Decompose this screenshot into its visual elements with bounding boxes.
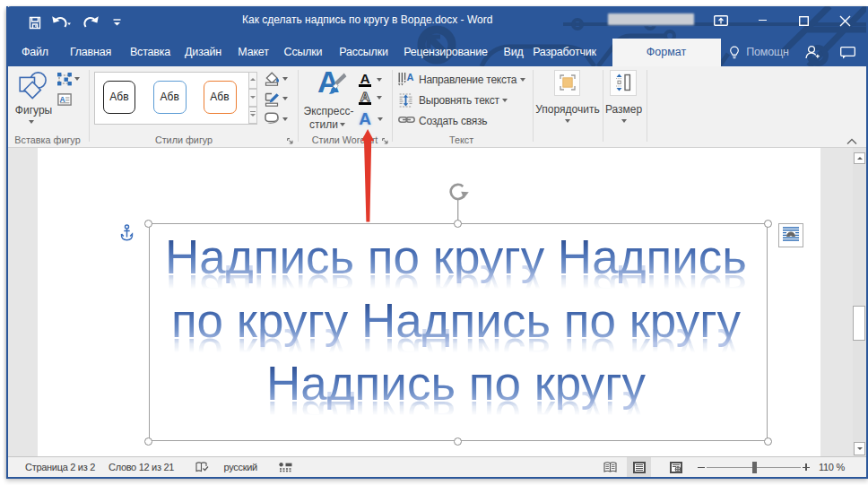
svg-text:A: A (406, 73, 413, 82)
